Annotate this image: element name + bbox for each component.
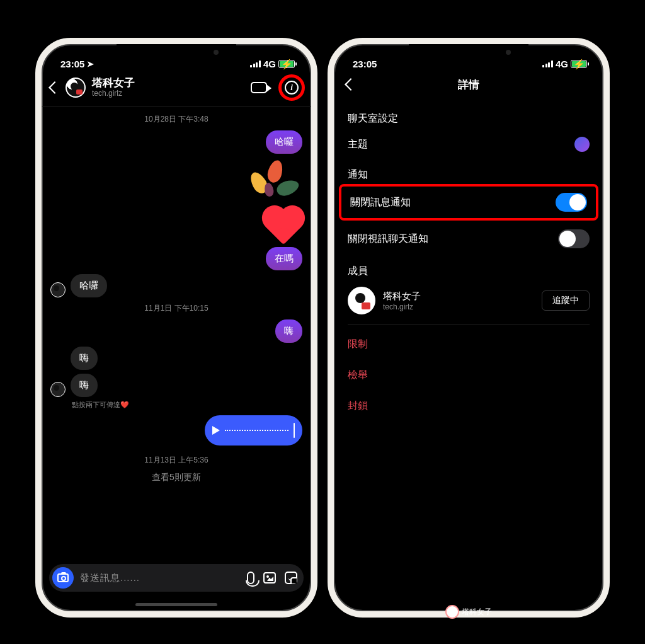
play-icon[interactable]: [212, 426, 220, 435]
mute-video-toggle[interactable]: [558, 229, 590, 248]
chat-body[interactable]: 10月28日 下午3:48 哈囉 在嗎 哈囉 11月1日 下午10:15 嗨 嗨…: [42, 106, 311, 564]
watermark-avatar-icon: [445, 605, 459, 619]
info-icon[interactable]: i: [285, 81, 299, 95]
updates-link[interactable]: 查看5則更新: [50, 472, 302, 483]
message-avatar[interactable]: [50, 282, 66, 297]
leaf-sticker[interactable]: [246, 160, 302, 204]
message-input[interactable]: 發送訊息......: [80, 572, 241, 584]
chat-username: tech.girlz: [92, 89, 244, 98]
back-icon[interactable]: [345, 78, 357, 91]
camera-icon: [57, 573, 69, 582]
status-time: 23:05: [60, 59, 84, 69]
chat-title-block[interactable]: 塔科女子 tech.girlz: [92, 78, 244, 98]
theme-color-icon: [574, 137, 590, 152]
battery-icon: ⚡: [278, 60, 295, 68]
section-notifications: 通知: [336, 161, 601, 184]
watermark: 塔科女子: [445, 605, 492, 619]
gallery-icon[interactable]: [263, 572, 276, 584]
phone-right-details: 23:05 4G ⚡ 詳情 聊天室設定 主題 通知 關閉訊息通知 關閉視訊聊天通…: [328, 38, 610, 618]
chat-title: 塔科女子: [92, 78, 244, 89]
camera-button[interactable]: [52, 567, 74, 589]
theme-row[interactable]: 主題: [336, 128, 601, 161]
signal-icon: [250, 60, 261, 67]
details-title: 詳情: [458, 78, 479, 92]
heart-reaction[interactable]: [266, 209, 302, 245]
double-tap-hint: 點按兩下可傳達❤️: [72, 400, 302, 410]
follow-status-button[interactable]: 追蹤中: [542, 290, 590, 311]
mute-messages-toggle[interactable]: [556, 193, 587, 212]
home-indicator[interactable]: [135, 603, 217, 606]
sent-message[interactable]: 哈囉: [266, 130, 302, 154]
mute-video-row: 關閉視訊聊天通知: [336, 221, 601, 257]
info-button-highlight: i: [278, 74, 305, 101]
report-action[interactable]: 檢舉: [336, 360, 601, 391]
chat-input-bar: 發送訊息......: [49, 564, 304, 592]
divider: [348, 325, 590, 325]
member-row[interactable]: 塔科女子 tech.girlz 追蹤中: [336, 280, 601, 321]
phone-left-chat: 23:05 ➤ 4G ⚡ 塔科女子 tech.girlz i 10月28日 下午…: [35, 38, 317, 618]
battery-icon: ⚡: [571, 60, 587, 68]
mute-messages-label: 關閉訊息通知: [350, 196, 411, 209]
back-icon[interactable]: [49, 81, 61, 94]
received-message[interactable]: 嗨: [71, 374, 98, 397]
mute-video-label: 關閉視訊聊天通知: [348, 233, 428, 246]
network-label: 4G: [263, 59, 276, 69]
voice-message[interactable]: [205, 415, 302, 446]
location-icon: ➤: [87, 59, 94, 69]
sent-message[interactable]: 在嗎: [266, 247, 302, 270]
sent-message[interactable]: 嗨: [275, 319, 302, 343]
video-call-icon[interactable]: [251, 82, 267, 93]
details-body[interactable]: 聊天室設定 主題 通知 關閉訊息通知 關閉視訊聊天通知 成員 塔科女子 tech…: [334, 98, 603, 428]
received-message[interactable]: 哈囉: [71, 274, 107, 297]
sticker-icon[interactable]: [285, 572, 297, 584]
block-action[interactable]: 封鎖: [336, 391, 601, 422]
member-username: tech.girlz: [383, 302, 534, 311]
timestamp: 11月13日 上午5:36: [50, 455, 302, 466]
details-header: 詳情: [334, 71, 603, 98]
mute-messages-row-highlight: 關閉訊息通知: [339, 184, 598, 221]
section-chat-settings: 聊天室設定: [336, 105, 601, 128]
waveform-icon: [225, 430, 288, 431]
chat-avatar[interactable]: [66, 78, 86, 98]
section-members: 成員: [336, 257, 601, 280]
chat-header: 塔科女子 tech.girlz i: [42, 71, 311, 106]
phone-notch: [409, 44, 528, 60]
phone-notch: [117, 44, 236, 60]
member-avatar[interactable]: [348, 287, 375, 314]
status-time: 23:05: [353, 59, 377, 69]
message-avatar[interactable]: [50, 382, 66, 397]
network-label: 4G: [556, 59, 568, 69]
member-name: 塔科女子: [383, 290, 534, 302]
signal-icon: [542, 60, 553, 67]
timestamp: 10月28日 下午3:48: [50, 114, 302, 125]
microphone-icon[interactable]: [247, 572, 254, 584]
watermark-text: 塔科女子: [462, 607, 492, 618]
received-message[interactable]: 嗨: [71, 347, 98, 370]
theme-label: 主題: [348, 138, 368, 151]
timestamp: 11月1日 下午10:15: [50, 303, 302, 314]
restrict-action[interactable]: 限制: [336, 329, 601, 360]
